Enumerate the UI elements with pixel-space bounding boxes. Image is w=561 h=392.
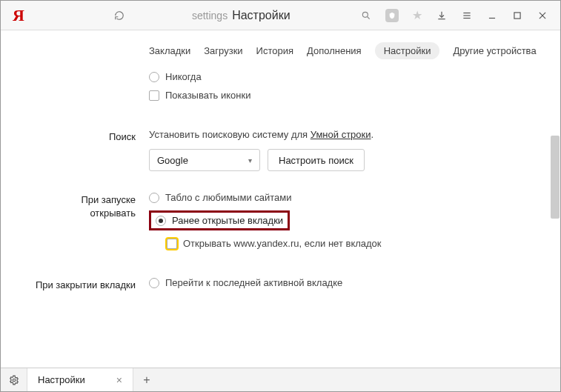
page-title: Настройки [232, 9, 290, 22]
settings-nav-tabs: Закладки Загрузки История Дополнения Нас… [1, 30, 560, 71]
radio-icon-checked[interactable] [156, 216, 166, 226]
smart-line-link[interactable]: Умной строки [311, 129, 371, 140]
configure-search-button[interactable]: Настроить поиск [268, 149, 365, 171]
radio-tablo[interactable]: Табло с любимыми сайтами [149, 192, 531, 203]
downloads-icon[interactable] [436, 10, 448, 21]
gear-icon [9, 375, 19, 385]
tab-addons[interactable]: Дополнения [307, 45, 362, 56]
checkbox-show-icons[interactable]: Показывать иконки [149, 90, 531, 101]
checkbox-open-yandex-label: Открывать www.yandex.ru, если нет вкладо… [183, 238, 382, 249]
svg-point-9 [13, 379, 16, 382]
search-engine-value: Google [157, 155, 188, 166]
svg-point-0 [362, 12, 368, 17]
tab-downloads[interactable]: Загрузки [204, 45, 242, 56]
protect-badge-icon[interactable] [385, 9, 399, 22]
radio-last-active-label: Перейти к последней активной вкладке [165, 277, 342, 288]
checkbox-open-yandex[interactable]: Открывать www.yandex.ru, если нет вкладо… [167, 238, 531, 249]
radio-icon [149, 72, 159, 82]
checkbox-icon [167, 239, 177, 249]
section-on-startup: При запуске открывать Табло с любимыми с… [1, 192, 531, 256]
menu-icon[interactable] [461, 10, 473, 21]
tab-other-devices[interactable]: Другие устройства [453, 45, 536, 56]
address-display[interactable]: settings Настройки [192, 9, 291, 22]
section-on-close-title: При закрытии вкладки [1, 277, 149, 296]
search-engine-select[interactable]: Google ▾ [149, 149, 260, 171]
url-path: settings [192, 10, 228, 21]
tab-bookmarks[interactable]: Закладки [149, 45, 190, 56]
section-top-fragment: Никогда Показывать иконки [1, 71, 531, 108]
new-tab-button[interactable]: + [133, 368, 160, 391]
browser-tab-label: Настройки [38, 374, 85, 385]
svg-rect-6 [514, 12, 520, 18]
tab-close-icon[interactable]: × [116, 374, 122, 386]
svg-line-1 [368, 16, 370, 19]
radio-icon [149, 193, 159, 203]
section-search-title: Поиск [1, 129, 149, 171]
radio-previous-tabs-highlight: Ранее открытые вкладки [149, 210, 290, 230]
scrollbar-thumb[interactable] [551, 136, 560, 219]
reload-icon[interactable] [113, 10, 125, 21]
radio-previous-tabs-label: Ранее открытые вкладки [172, 215, 283, 226]
tab-history[interactable]: История [256, 45, 293, 56]
search-description: Установить поисковую систему для Умной с… [149, 129, 531, 140]
window-titlebar: Я settings Настройки ★ [1, 1, 560, 30]
gear-button[interactable] [1, 368, 27, 391]
maximize-icon[interactable] [511, 10, 523, 21]
tab-settings[interactable]: Настройки [375, 42, 440, 59]
section-search: Поиск Установить поисковую систему для У… [1, 129, 531, 171]
section-on-startup-title: При запуске открывать [1, 192, 149, 256]
minimize-icon[interactable] [486, 10, 498, 21]
radio-icon [149, 278, 159, 288]
radio-tablo-label: Табло с любимыми сайтами [165, 192, 292, 203]
bookmark-star-icon[interactable]: ★ [412, 8, 422, 22]
chevron-down-icon: ▾ [248, 156, 252, 165]
search-icon[interactable] [360, 10, 372, 21]
browser-tab-settings[interactable]: Настройки × [27, 368, 133, 391]
section-on-close-tab: При закрытии вкладки Перейти к последней… [1, 277, 531, 296]
radio-last-active[interactable]: Перейти к последней активной вкладке [149, 277, 531, 288]
radio-never-label: Никогда [165, 71, 202, 82]
close-window-icon[interactable] [537, 10, 548, 21]
radio-never[interactable]: Никогда [149, 71, 531, 82]
checkbox-icon [149, 90, 159, 101]
checkbox-show-icons-label: Показывать иконки [165, 90, 250, 101]
bottom-tab-bar: Настройки × + [1, 368, 560, 391]
yandex-logo: Я [13, 6, 24, 25]
settings-content: Никогда Показывать иконки Поиск Установи… [1, 71, 560, 296]
